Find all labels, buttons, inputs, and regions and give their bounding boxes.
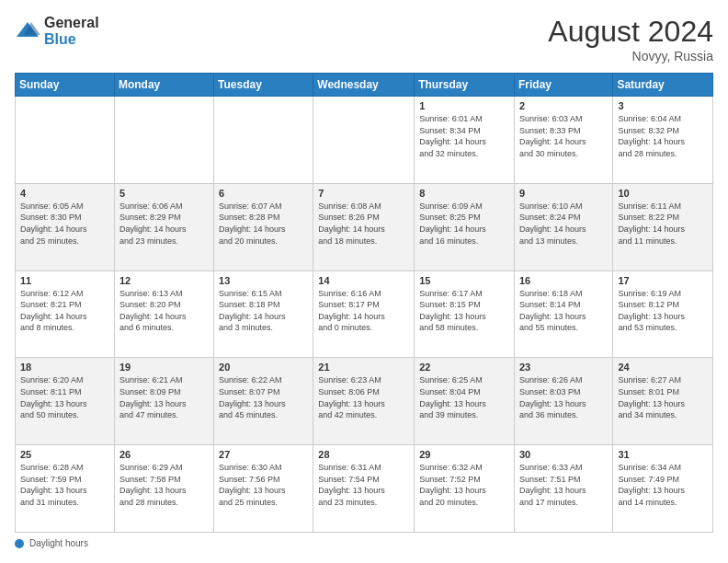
day-info: Sunrise: 6:34 AM Sunset: 7:49 PM Dayligh… bbox=[618, 462, 708, 508]
day-info: Sunrise: 6:16 AM Sunset: 8:17 PM Dayligh… bbox=[318, 288, 409, 334]
calendar-cell bbox=[214, 97, 313, 184]
footer-dot-icon bbox=[15, 539, 24, 548]
day-number: 14 bbox=[318, 275, 409, 286]
location: Novyy, Russia bbox=[548, 49, 713, 63]
week-row-4: 25Sunrise: 6:28 AM Sunset: 7:59 PM Dayli… bbox=[16, 445, 713, 533]
calendar-cell: 29Sunrise: 6:32 AM Sunset: 7:52 PM Dayli… bbox=[415, 445, 515, 533]
day-number: 7 bbox=[318, 188, 409, 199]
calendar-cell: 9Sunrise: 6:10 AM Sunset: 8:24 PM Daylig… bbox=[514, 183, 612, 270]
day-info: Sunrise: 6:27 AM Sunset: 8:01 PM Dayligh… bbox=[618, 374, 708, 420]
day-number: 11 bbox=[20, 275, 109, 286]
col-saturday: Saturday bbox=[613, 74, 713, 97]
day-info: Sunrise: 6:18 AM Sunset: 8:14 PM Dayligh… bbox=[519, 288, 608, 334]
day-number: 9 bbox=[519, 188, 608, 199]
day-number: 26 bbox=[119, 449, 209, 460]
day-info: Sunrise: 6:30 AM Sunset: 7:56 PM Dayligh… bbox=[219, 462, 308, 508]
day-info: Sunrise: 6:28 AM Sunset: 7:59 PM Dayligh… bbox=[20, 462, 109, 508]
day-info: Sunrise: 6:05 AM Sunset: 8:30 PM Dayligh… bbox=[20, 201, 109, 247]
day-number: 19 bbox=[119, 362, 209, 373]
calendar-cell: 11Sunrise: 6:12 AM Sunset: 8:21 PM Dayli… bbox=[16, 270, 115, 358]
day-number: 21 bbox=[318, 362, 409, 373]
header-row: Sunday Monday Tuesday Wednesday Thursday… bbox=[16, 74, 713, 97]
col-wednesday: Wednesday bbox=[313, 74, 415, 97]
day-number: 24 bbox=[618, 362, 708, 373]
calendar-cell: 20Sunrise: 6:22 AM Sunset: 8:07 PM Dayli… bbox=[214, 358, 313, 445]
calendar-cell: 4Sunrise: 6:05 AM Sunset: 8:30 PM Daylig… bbox=[16, 183, 115, 270]
calendar-cell: 3Sunrise: 6:04 AM Sunset: 8:32 PM Daylig… bbox=[613, 97, 713, 184]
day-number: 3 bbox=[618, 100, 708, 111]
col-sunday: Sunday bbox=[16, 74, 115, 97]
day-number: 23 bbox=[519, 362, 608, 373]
day-info: Sunrise: 6:31 AM Sunset: 7:54 PM Dayligh… bbox=[318, 462, 409, 508]
day-info: Sunrise: 6:32 AM Sunset: 7:52 PM Dayligh… bbox=[419, 462, 509, 508]
day-info: Sunrise: 6:10 AM Sunset: 8:24 PM Dayligh… bbox=[519, 201, 608, 247]
day-info: Sunrise: 6:26 AM Sunset: 8:03 PM Dayligh… bbox=[519, 374, 608, 420]
week-row-3: 18Sunrise: 6:20 AM Sunset: 8:11 PM Dayli… bbox=[16, 358, 713, 445]
day-info: Sunrise: 6:01 AM Sunset: 8:34 PM Dayligh… bbox=[419, 113, 509, 159]
calendar-cell bbox=[16, 97, 115, 184]
calendar-cell: 23Sunrise: 6:26 AM Sunset: 8:03 PM Dayli… bbox=[514, 358, 612, 445]
col-monday: Monday bbox=[114, 74, 213, 97]
day-number: 6 bbox=[219, 188, 308, 199]
week-row-0: 1Sunrise: 6:01 AM Sunset: 8:34 PM Daylig… bbox=[16, 97, 713, 184]
col-thursday: Thursday bbox=[415, 74, 515, 97]
logo-icon bbox=[15, 18, 40, 44]
calendar-cell bbox=[313, 97, 415, 184]
calendar-cell: 7Sunrise: 6:08 AM Sunset: 8:26 PM Daylig… bbox=[313, 183, 415, 270]
logo-text: General Blue bbox=[44, 15, 99, 47]
col-tuesday: Tuesday bbox=[214, 74, 313, 97]
calendar-cell: 8Sunrise: 6:09 AM Sunset: 8:25 PM Daylig… bbox=[415, 183, 515, 270]
day-number: 17 bbox=[618, 275, 708, 286]
calendar-cell: 10Sunrise: 6:11 AM Sunset: 8:22 PM Dayli… bbox=[613, 183, 713, 270]
day-number: 10 bbox=[618, 188, 708, 199]
day-number: 20 bbox=[219, 362, 308, 373]
calendar-cell: 28Sunrise: 6:31 AM Sunset: 7:54 PM Dayli… bbox=[313, 445, 415, 533]
day-info: Sunrise: 6:15 AM Sunset: 8:18 PM Dayligh… bbox=[219, 288, 308, 334]
footer: Daylight hours bbox=[15, 538, 713, 548]
day-info: Sunrise: 6:07 AM Sunset: 8:28 PM Dayligh… bbox=[219, 201, 308, 247]
calendar-cell: 13Sunrise: 6:15 AM Sunset: 8:18 PM Dayli… bbox=[214, 270, 313, 358]
col-friday: Friday bbox=[514, 74, 612, 97]
day-number: 2 bbox=[519, 100, 608, 111]
day-number: 5 bbox=[119, 188, 209, 199]
day-number: 13 bbox=[219, 275, 308, 286]
logo: General Blue bbox=[15, 15, 99, 47]
day-number: 29 bbox=[419, 449, 509, 460]
logo-general-label: General bbox=[44, 15, 99, 31]
week-row-2: 11Sunrise: 6:12 AM Sunset: 8:21 PM Dayli… bbox=[16, 270, 713, 358]
day-number: 28 bbox=[318, 449, 409, 460]
calendar-cell: 14Sunrise: 6:16 AM Sunset: 8:17 PM Dayli… bbox=[313, 270, 415, 358]
day-number: 30 bbox=[519, 449, 608, 460]
day-number: 1 bbox=[419, 100, 509, 111]
day-info: Sunrise: 6:25 AM Sunset: 8:04 PM Dayligh… bbox=[419, 374, 509, 420]
day-number: 31 bbox=[618, 449, 708, 460]
day-info: Sunrise: 6:33 AM Sunset: 7:51 PM Dayligh… bbox=[519, 462, 608, 508]
calendar-cell: 16Sunrise: 6:18 AM Sunset: 8:14 PM Dayli… bbox=[514, 270, 612, 358]
day-info: Sunrise: 6:17 AM Sunset: 8:15 PM Dayligh… bbox=[419, 288, 509, 334]
day-info: Sunrise: 6:29 AM Sunset: 7:58 PM Dayligh… bbox=[119, 462, 209, 508]
day-info: Sunrise: 6:20 AM Sunset: 8:11 PM Dayligh… bbox=[20, 374, 109, 420]
day-info: Sunrise: 6:06 AM Sunset: 8:29 PM Dayligh… bbox=[119, 201, 209, 247]
logo-blue-label: Blue bbox=[44, 31, 99, 48]
calendar-cell: 2Sunrise: 6:03 AM Sunset: 8:33 PM Daylig… bbox=[514, 97, 612, 184]
calendar-cell: 5Sunrise: 6:06 AM Sunset: 8:29 PM Daylig… bbox=[114, 183, 213, 270]
day-number: 22 bbox=[419, 362, 509, 373]
day-info: Sunrise: 6:19 AM Sunset: 8:12 PM Dayligh… bbox=[618, 288, 708, 334]
day-number: 27 bbox=[219, 449, 308, 460]
day-number: 16 bbox=[519, 275, 608, 286]
calendar-cell: 18Sunrise: 6:20 AM Sunset: 8:11 PM Dayli… bbox=[16, 358, 115, 445]
day-number: 25 bbox=[20, 449, 109, 460]
calendar-cell: 19Sunrise: 6:21 AM Sunset: 8:09 PM Dayli… bbox=[114, 358, 213, 445]
calendar-cell: 30Sunrise: 6:33 AM Sunset: 7:51 PM Dayli… bbox=[514, 445, 612, 533]
calendar-cell: 27Sunrise: 6:30 AM Sunset: 7:56 PM Dayli… bbox=[214, 445, 313, 533]
day-info: Sunrise: 6:11 AM Sunset: 8:22 PM Dayligh… bbox=[618, 201, 708, 247]
calendar-cell: 22Sunrise: 6:25 AM Sunset: 8:04 PM Dayli… bbox=[415, 358, 515, 445]
calendar-cell: 6Sunrise: 6:07 AM Sunset: 8:28 PM Daylig… bbox=[214, 183, 313, 270]
calendar-cell: 12Sunrise: 6:13 AM Sunset: 8:20 PM Dayli… bbox=[114, 270, 213, 358]
calendar-table: Sunday Monday Tuesday Wednesday Thursday… bbox=[15, 73, 713, 533]
day-info: Sunrise: 6:21 AM Sunset: 8:09 PM Dayligh… bbox=[119, 374, 209, 420]
day-info: Sunrise: 6:09 AM Sunset: 8:25 PM Dayligh… bbox=[419, 201, 509, 247]
day-number: 12 bbox=[119, 275, 209, 286]
day-info: Sunrise: 6:22 AM Sunset: 8:07 PM Dayligh… bbox=[219, 374, 308, 420]
month-year: August 2024 bbox=[548, 15, 713, 49]
